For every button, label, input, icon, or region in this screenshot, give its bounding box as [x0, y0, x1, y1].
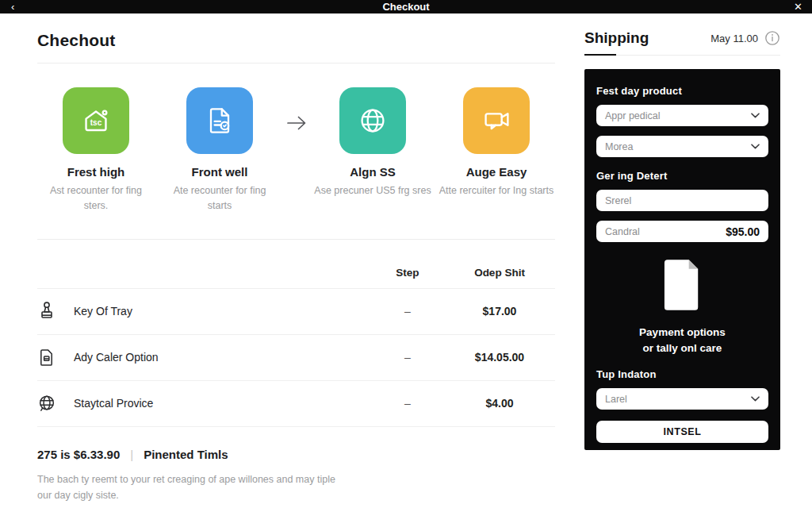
column-header-price: Odep Shit: [444, 267, 555, 279]
larel-select-value: Larel: [605, 394, 627, 405]
card-title: Algn SS: [314, 165, 431, 179]
section-label-indaton: Tup Indaton: [596, 368, 768, 380]
table-row: Ady Caler Option – $14.05.00: [37, 334, 555, 380]
payment-document-icon: [663, 258, 703, 312]
stamp-icon: [37, 301, 58, 321]
total-label: Pinented Timls: [144, 448, 228, 461]
document-icon: [37, 348, 58, 368]
item-step: –: [371, 305, 444, 318]
globe-icon: [37, 394, 58, 413]
order-total: 275 is $6.33.90 | Pinented Timls: [37, 448, 555, 461]
checkout-main: Chechout tsc Frest high Ast recounter fo…: [37, 13, 555, 503]
card-subtitle: Ase precuner US5 frg sres: [314, 183, 431, 198]
heading-divider: [37, 63, 555, 64]
candral-row[interactable]: Candral $95.00: [596, 221, 768, 242]
payment-options-text: Payment options or tally onl care: [596, 325, 768, 356]
step-card-frest-high: tsc Frest high Ast recounter for fing st…: [37, 87, 155, 214]
total-separator: |: [130, 448, 133, 461]
item-label: Key Of Tray: [74, 305, 132, 318]
region-select[interactable]: Morea: [596, 136, 768, 157]
shipping-date: May 11.00: [710, 33, 758, 44]
item-price: $4.00: [444, 397, 555, 410]
back-button[interactable]: ‹: [11, 0, 14, 13]
card-subtitle: Atte rercuiter for Ing starts: [438, 183, 555, 198]
chevron-down-icon: [751, 113, 760, 118]
step-card-algn-ss: Algn SS Ase precuner US5 frg sres: [314, 87, 431, 198]
disclaimer-text: The bach ty reemt to your ret creaging o…: [37, 471, 555, 503]
total-summary: 275 is $6.33.90: [37, 448, 120, 461]
larel-select[interactable]: Larel: [596, 388, 768, 410]
home-price-icon: tsc: [63, 87, 129, 154]
item-label: Staytcal Provice: [74, 397, 153, 410]
section-label-detert: Ger ing Detert: [596, 170, 768, 182]
document-check-icon: [186, 87, 253, 154]
section-label-product: Fest day product: [596, 85, 768, 97]
sidebar-header: Shipping May 11.00: [584, 29, 780, 47]
step-cards: tsc Frest high Ast recounter for fing st…: [37, 87, 555, 214]
item-step: –: [371, 351, 444, 364]
card-subtitle: Ate recounter for fing starts: [161, 183, 278, 214]
card-subtitle: Ast recounter for fing sters.: [37, 183, 155, 214]
table-row: Key Of Tray – $17.00: [37, 288, 555, 334]
step-card-front-well: Front well Ate recounter for fing starts: [161, 87, 278, 214]
table-bottom-divider: [37, 426, 555, 427]
card-title: Frest high: [37, 165, 155, 179]
column-header-step: Step: [371, 267, 444, 279]
item-label: Ady Caler Option: [74, 351, 159, 364]
item-price: $14.05.00: [444, 351, 555, 364]
card-title: Auge Easy: [438, 165, 555, 179]
item-step: –: [371, 397, 444, 410]
svg-text:tsc: tsc: [90, 118, 102, 127]
card-title: Front well: [161, 165, 278, 179]
info-icon[interactable]: [764, 30, 780, 46]
item-price: $17.00: [444, 305, 555, 318]
step-card-auge-easy: Auge Easy Atte rercuiter for Ing starts: [438, 87, 555, 198]
candral-amount: $95.00: [726, 225, 760, 238]
table-header: Step Odep Shit: [37, 262, 555, 288]
globe-icon: [339, 87, 406, 154]
sidebar-divider: [584, 55, 780, 56]
cards-divider: [37, 239, 555, 240]
flow-arrow-icon: [278, 87, 314, 132]
chevron-down-icon: [751, 144, 760, 149]
intsel-button[interactable]: INTSEL: [596, 421, 768, 443]
region-select-value: Morea: [605, 141, 633, 152]
checkout-heading: Chechout: [37, 31, 555, 50]
tab-shipping[interactable]: Shipping: [584, 29, 649, 47]
chevron-down-icon: [751, 396, 760, 402]
table-row: Staytcal Provice – $4.00: [37, 380, 555, 426]
top-bar: ‹ Checkout ✕: [0, 0, 812, 13]
candral-label: Candral: [605, 226, 640, 237]
product-select[interactable]: Appr pedical: [596, 105, 768, 126]
order-items-table: Step Odep Shit Key Of Tray – $17.00: [37, 262, 555, 427]
video-chat-icon: [463, 87, 530, 154]
shipping-sidebar: Shipping May 11.00 Fest day product Appr…: [584, 13, 780, 450]
product-select-value: Appr pedical: [605, 110, 661, 121]
shipping-panel: Fest day product Appr pedical Morea Ger …: [584, 69, 780, 450]
page-title: Checkout: [382, 1, 429, 13]
srerel-input-value: Srerel: [605, 195, 631, 206]
close-button[interactable]: ✕: [794, 0, 802, 13]
payment-options-block: Payment options or tally onl care: [596, 258, 768, 356]
srerel-input[interactable]: Srerel: [596, 190, 768, 211]
